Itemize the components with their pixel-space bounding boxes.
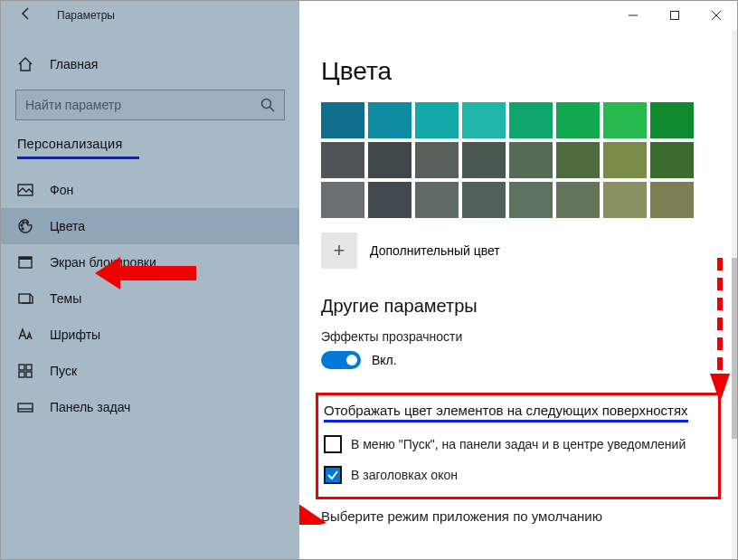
page-heading: Цвета <box>321 57 715 86</box>
minimize-button[interactable] <box>612 1 654 30</box>
custom-color-label: Дополнительный цвет <box>370 243 500 258</box>
toggle-state-label: Вкл. <box>372 353 397 367</box>
nav-themes[interactable]: Темы <box>1 280 299 317</box>
svg-point-8 <box>23 222 24 223</box>
home-icon <box>17 56 33 72</box>
content-pane: Цвета + Дополнительный цвет Другие парам… <box>299 30 737 559</box>
window-title: Параметры <box>57 9 115 22</box>
color-swatch[interactable] <box>650 142 694 178</box>
color-swatch[interactable] <box>556 102 600 138</box>
nav-taskbar[interactable]: Панель задач <box>1 389 299 425</box>
color-palette <box>321 102 715 218</box>
svg-rect-13 <box>19 294 30 303</box>
svg-line-5 <box>270 108 275 112</box>
svg-rect-18 <box>18 403 33 412</box>
show-accent-heading: Отображать цвет элементов на следующих п… <box>324 403 688 422</box>
nav-home[interactable]: Главная <box>1 46 299 82</box>
nav-label: Экран блокировки <box>50 255 156 270</box>
fonts-icon <box>17 327 33 343</box>
color-swatch[interactable] <box>509 142 553 178</box>
search-icon <box>260 97 276 117</box>
color-swatch[interactable] <box>650 102 694 138</box>
color-swatch[interactable] <box>462 142 506 178</box>
nav-label: Шрифты <box>50 327 100 342</box>
underline-annotation <box>17 157 139 159</box>
nav-label: Темы <box>50 291 81 306</box>
nav-label: Пуск <box>50 364 77 378</box>
color-swatch[interactable] <box>321 102 364 138</box>
color-swatch[interactable] <box>603 142 647 178</box>
settings-window: Параметры Главная Персонализация Фон <box>0 0 738 560</box>
transparency-toggle[interactable] <box>321 351 361 369</box>
color-swatch[interactable] <box>368 142 412 178</box>
svg-rect-1 <box>671 12 679 20</box>
nav-lockscreen[interactable]: Экран блокировки <box>1 244 299 280</box>
svg-rect-17 <box>26 372 32 377</box>
maximize-button[interactable] <box>654 1 695 30</box>
nav-label: Цвета <box>50 219 85 233</box>
color-swatch[interactable] <box>321 182 364 218</box>
checkbox-start-taskbar[interactable] <box>324 435 342 453</box>
custom-color-button[interactable]: + <box>321 233 357 269</box>
start-icon <box>17 363 33 379</box>
scrollbar[interactable] <box>732 30 737 559</box>
nav-fonts[interactable]: Шрифты <box>1 317 299 353</box>
svg-rect-15 <box>26 365 32 370</box>
color-swatch[interactable] <box>603 102 647 138</box>
nav-start[interactable]: Пуск <box>1 353 299 389</box>
svg-rect-16 <box>19 372 24 377</box>
scrollbar-thumb[interactable] <box>732 258 737 439</box>
svg-point-9 <box>26 222 28 223</box>
nav-colors[interactable]: Цвета <box>1 208 299 244</box>
svg-point-7 <box>21 224 23 226</box>
plus-icon: + <box>334 239 345 262</box>
close-button[interactable] <box>695 1 737 30</box>
app-mode-label: Выберите режим приложения по умолчанию <box>321 508 715 524</box>
lockscreen-icon <box>17 254 33 271</box>
svg-rect-12 <box>19 257 32 260</box>
svg-point-10 <box>22 228 24 230</box>
svg-rect-14 <box>19 365 24 370</box>
nav-home-label: Главная <box>50 57 98 71</box>
color-swatch[interactable] <box>415 182 459 218</box>
color-swatch[interactable] <box>462 182 506 218</box>
check-icon <box>326 469 339 481</box>
nav-label: Панель задач <box>50 400 130 414</box>
color-swatch[interactable] <box>415 142 459 178</box>
transparency-label: Эффекты прозрачности <box>321 329 715 344</box>
picture-icon <box>17 182 33 198</box>
sidebar-section-label: Персонализация <box>1 137 299 155</box>
color-swatch[interactable] <box>556 182 600 218</box>
color-swatch[interactable] <box>556 142 600 178</box>
sidebar: Главная Персонализация Фон Цвета <box>1 30 299 559</box>
nav-label: Фон <box>50 183 73 197</box>
color-swatch[interactable] <box>368 182 412 218</box>
themes-icon <box>17 290 33 307</box>
color-swatch[interactable] <box>462 102 506 138</box>
taskbar-icon <box>17 399 33 415</box>
checkbox-titlebars-label: В заголовках окон <box>351 468 458 482</box>
color-swatch[interactable] <box>509 102 553 138</box>
color-swatch[interactable] <box>368 102 412 138</box>
color-swatch[interactable] <box>650 182 694 218</box>
titlebar: Параметры <box>1 1 737 30</box>
search-input[interactable] <box>15 90 285 120</box>
back-button[interactable] <box>19 6 33 24</box>
palette-icon <box>17 218 33 234</box>
highlight-box-annotation: Отображать цвет элементов на следующих п… <box>316 393 721 499</box>
more-options-heading: Другие параметры <box>321 296 715 317</box>
nav-background[interactable]: Фон <box>1 172 299 208</box>
svg-point-4 <box>262 100 271 109</box>
checkbox-start-label: В меню "Пуск", на панели задач и в центр… <box>351 437 686 451</box>
color-swatch[interactable] <box>603 182 647 218</box>
color-swatch[interactable] <box>509 182 553 218</box>
color-swatch[interactable] <box>321 142 364 178</box>
checkbox-titlebars[interactable] <box>324 466 342 484</box>
color-swatch[interactable] <box>415 102 459 138</box>
